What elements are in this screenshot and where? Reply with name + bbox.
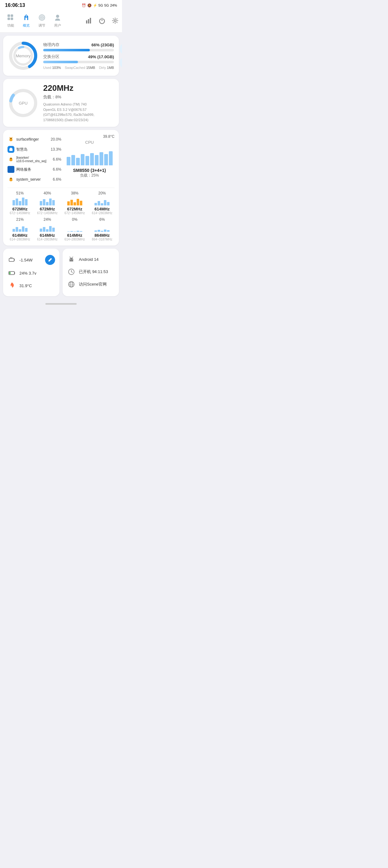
svg-point-8 <box>41 17 42 18</box>
user-label: 用户 <box>54 23 61 28</box>
clean-button[interactable] <box>120 43 122 55</box>
core-1-range: 672~1459MHz <box>37 211 58 215</box>
cpu-bar-0 <box>67 157 70 165</box>
cpu-section-label: CPU <box>85 140 94 145</box>
home-bar <box>45 303 77 305</box>
process-pct-3: 6.6% <box>53 167 61 172</box>
os-value: Android 14 <box>79 257 99 262</box>
swap-value: 49% (17.0GB) <box>88 55 114 59</box>
process-icon-2 <box>7 156 14 163</box>
core-7-pct: 6% <box>99 217 105 222</box>
core-0-range: 672~1459MHz <box>10 211 30 215</box>
svg-rect-12 <box>90 18 91 24</box>
svg-point-36 <box>10 178 11 179</box>
core-1-chart <box>40 197 55 206</box>
core-item-7: 6% 864MHz 864~3187MHz <box>90 217 115 241</box>
clock-icon <box>67 268 76 276</box>
process-icon-3 <box>7 166 14 173</box>
svg-point-32 <box>11 158 12 159</box>
physical-label: 物理内存 <box>43 42 60 48</box>
swap-memory-row: 交换分区 49% (17.0GB) <box>43 54 114 63</box>
battery-temp-item: 31.9°C <box>7 279 55 292</box>
core-6-pct: 0% <box>72 217 77 222</box>
core-5-range: 614~2803MHz <box>37 238 58 241</box>
svg-point-26 <box>10 137 12 140</box>
svg-line-47 <box>70 257 70 258</box>
os-item: Android 14 <box>67 253 115 266</box>
swap-progress-fill <box>43 61 78 63</box>
core-7-freq: 864MHz <box>95 233 109 238</box>
core-item-6: 0% 614MHz 614~2803MHz <box>62 217 87 241</box>
core-item-1: 40% 672MHz 672~1459MHz <box>35 191 60 215</box>
battery-level-item: 24% 3.7v <box>7 267 55 279</box>
user-icon <box>53 13 62 22</box>
process-pct-0: 20.0% <box>51 137 61 142</box>
process-pct-1: 13.3% <box>51 147 61 152</box>
core-7-range: 864~3187MHz <box>92 238 112 241</box>
svg-point-9 <box>56 15 59 18</box>
memory-donut-label: Memory <box>16 54 31 58</box>
battery-card: -1.54W 24% 3.7v <box>3 249 60 296</box>
power-value: -1.54W <box>20 258 33 262</box>
svg-point-28 <box>11 138 12 139</box>
svg-point-31 <box>10 158 11 159</box>
home-indicator <box>3 299 119 307</box>
battery-icon: 24% <box>110 3 117 7</box>
nav-tabs: 功能 概览 调节 <box>3 12 65 29</box>
system-card: Android 14 已开机 94:11:53 <box>63 249 119 296</box>
process-item-3: 网络服务 6.6% <box>7 164 61 175</box>
alarm-icon: ⏰ <box>82 3 86 7</box>
memory-actions <box>120 43 122 68</box>
core-1-freq: 672MHz <box>40 207 55 211</box>
used-stat: Used 103% <box>43 66 61 69</box>
process-name-1: 智慧岛 <box>16 147 49 152</box>
svg-rect-43 <box>14 272 15 274</box>
core-2-pct: 38% <box>71 191 78 195</box>
core-3-chart <box>95 197 109 206</box>
tab-user[interactable]: 用户 <box>50 12 65 29</box>
power-icon[interactable] <box>98 17 106 24</box>
website-item[interactable]: 访问Scene官网 <box>67 278 115 290</box>
tab-overview[interactable]: 概览 <box>19 12 34 29</box>
process-item-2: [kworker/u16:0-rmnet_shs_wq] 6.6% <box>7 154 61 164</box>
storage-button[interactable] <box>120 57 122 68</box>
core-7-chart <box>95 223 109 232</box>
gpu-desc: Qualcomm Adreno (TM) 740 OpenGL ES 3.2 V… <box>43 102 115 122</box>
website-value: 访问Scene官网 <box>79 281 107 287</box>
memory-card: Memory 物理内存 66% (23GB) 交换分区 49% (17.0GB) <box>3 36 119 76</box>
tab-features[interactable]: 功能 <box>3 12 18 29</box>
cpu-chart <box>67 147 112 165</box>
core-item-0: 51% 672MHz 672~1459MHz <box>7 191 33 215</box>
gpu-info: 220MHz 负载：8% Qualcomm Adreno (TM) 740 Op… <box>43 83 115 122</box>
cpu-bar-8 <box>104 154 108 165</box>
svg-point-30 <box>10 157 12 160</box>
bluetooth-icon: ⚡ <box>93 3 97 7</box>
cpu-bar-7 <box>99 152 103 165</box>
process-name-4: system_server <box>16 177 51 182</box>
edit-button[interactable] <box>45 255 55 265</box>
adjust-icon <box>37 13 46 22</box>
cpu-bar-9 <box>109 151 112 165</box>
memory-stats: Used 103% SwapCached 15MB Dirty 1MB <box>43 66 114 69</box>
core-5-chart <box>40 223 55 232</box>
core-0-pct: 51% <box>16 191 24 195</box>
core-2-range: 672~1459MHz <box>64 211 85 215</box>
chart-icon[interactable] <box>85 17 93 24</box>
cpu-bar-4 <box>86 156 89 165</box>
globe-icon <box>67 280 76 289</box>
svg-point-5 <box>26 16 27 17</box>
memory-info: 物理内存 66% (23GB) 交换分区 49% (17.0GB) Used 1… <box>43 42 114 69</box>
svg-point-27 <box>10 138 11 139</box>
gpu-label: GPU <box>19 100 28 105</box>
process-icon-0 <box>7 136 14 143</box>
tab-adjust[interactable]: 调节 <box>34 12 50 29</box>
core-item-3: 20% 614MHz 614~2803MHz <box>90 191 115 215</box>
svg-rect-0 <box>7 14 10 17</box>
flame-icon <box>7 281 16 290</box>
features-icon <box>6 13 15 22</box>
core-5-pct: 24% <box>43 217 51 222</box>
core-2-freq: 672MHz <box>67 207 82 211</box>
settings-icon[interactable] <box>111 17 119 24</box>
adjust-label: 调节 <box>38 23 45 28</box>
process-list: surfaceflinger 20.0% 智慧岛 13.3% <box>7 134 61 184</box>
